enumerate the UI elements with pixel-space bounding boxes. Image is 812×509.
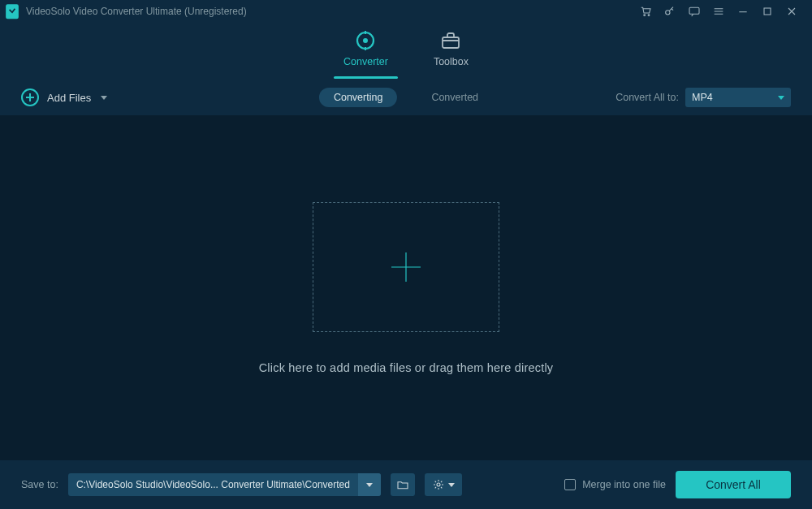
- gear-icon: [432, 478, 445, 491]
- convert-all-button[interactable]: Convert All: [676, 471, 791, 498]
- minimize-icon[interactable]: [731, 0, 755, 23]
- main-drop-area: Click here to add media files or drag th…: [0, 115, 812, 460]
- merge-label: Merge into one file: [582, 479, 666, 490]
- title-bar: VideoSolo Video Converter Ultimate (Unre…: [0, 0, 812, 23]
- shopping-cart-icon[interactable]: [633, 0, 658, 23]
- maximize-icon[interactable]: [755, 0, 780, 23]
- pill-converted[interactable]: Converted: [417, 88, 493, 107]
- menu-icon[interactable]: [706, 0, 731, 23]
- save-path-box: C:\VideoSolo Studio\VideoSolo... Convert…: [68, 473, 381, 496]
- chevron-down-icon: [778, 96, 784, 100]
- tab-toolbox-label: Toolbox: [434, 56, 469, 67]
- header-tabs: Converter Toolbox: [0, 23, 812, 80]
- plus-icon: [387, 248, 425, 287]
- settings-button[interactable]: [425, 473, 462, 496]
- format-select-value: MP4: [692, 92, 713, 103]
- svg-point-3: [666, 11, 670, 15]
- svg-rect-5: [764, 8, 771, 15]
- toolbar: Add Files Converting Converted Convert A…: [0, 80, 812, 115]
- plus-circle-icon: [21, 88, 39, 106]
- add-files-button[interactable]: Add Files: [21, 88, 107, 106]
- save-to-label: Save to:: [21, 479, 58, 490]
- drop-box[interactable]: [313, 202, 499, 332]
- toolbox-icon: [439, 30, 462, 51]
- merge-checkbox[interactable]: Merge into one file: [564, 479, 666, 490]
- format-select[interactable]: MP4: [685, 88, 791, 107]
- feedback-icon[interactable]: [682, 0, 706, 23]
- add-files-label: Add Files: [47, 92, 91, 104]
- save-path: C:\VideoSolo Studio\VideoSolo... Convert…: [68, 479, 358, 490]
- convert-all-to-label: Convert All to:: [615, 92, 679, 103]
- svg-point-9: [437, 483, 440, 486]
- bottom-bar: Save to: C:\VideoSolo Studio\VideoSolo..…: [0, 460, 812, 509]
- drop-text: Click here to add media files or drag th…: [259, 361, 554, 374]
- tab-converter-label: Converter: [343, 56, 388, 67]
- app-title: VideoSolo Video Converter Ultimate (Unre…: [26, 6, 247, 17]
- svg-rect-4: [689, 7, 699, 14]
- save-path-dropdown[interactable]: [358, 473, 381, 496]
- convert-all-to: Convert All to: MP4: [615, 88, 791, 107]
- tab-toolbox[interactable]: Toolbox: [434, 30, 469, 72]
- converter-icon: [354, 30, 377, 51]
- chevron-down-icon: [101, 96, 107, 100]
- checkbox-icon: [564, 479, 576, 490]
- close-icon[interactable]: [780, 0, 804, 23]
- tab-converter[interactable]: Converter: [343, 30, 388, 72]
- open-folder-button[interactable]: [391, 473, 415, 496]
- status-pills: Converting Converted: [319, 88, 493, 107]
- pill-converting[interactable]: Converting: [319, 88, 397, 107]
- svg-point-7: [363, 38, 368, 43]
- svg-point-2: [648, 15, 650, 16]
- key-icon[interactable]: [658, 0, 682, 23]
- svg-rect-8: [443, 37, 459, 48]
- folder-icon: [396, 478, 409, 491]
- app-logo: [5, 4, 19, 19]
- svg-point-1: [644, 15, 646, 16]
- chevron-down-icon: [448, 483, 455, 487]
